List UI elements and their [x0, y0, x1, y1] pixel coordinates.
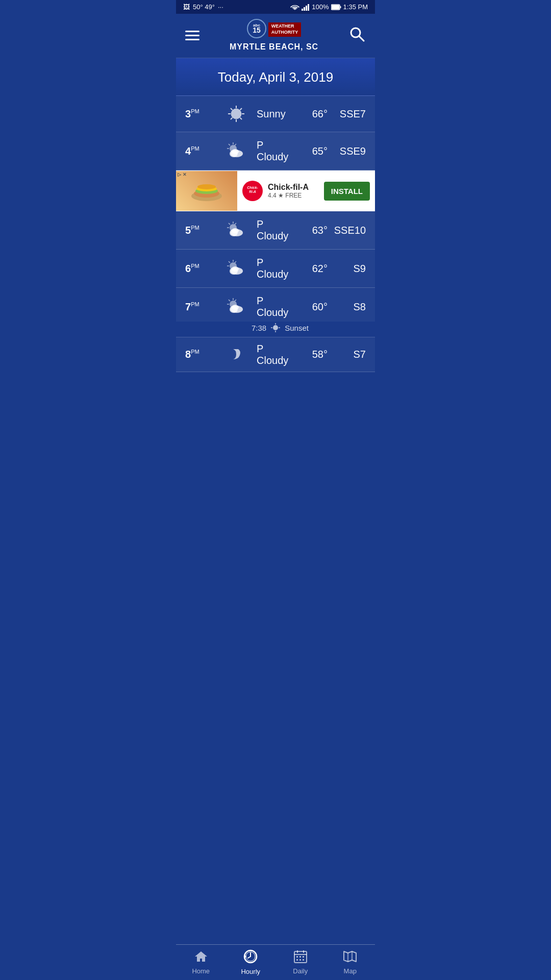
status-right: 100% 1:35 PM — [290, 3, 368, 11]
date-banner: Today, April 3, 2019 — [176, 58, 375, 96]
hamburger-line2 — [185, 35, 199, 36]
wind-label: S7 — [333, 349, 366, 360]
partly-cloudy-icon — [223, 219, 249, 241]
temp-label: 65° — [299, 145, 328, 157]
svg-text:fil-A: fil-A — [249, 190, 256, 193]
weather-icon-cell — [221, 219, 252, 241]
wind-label: S8 — [333, 301, 366, 313]
moon-cloudy-icon — [223, 344, 249, 365]
svg-rect-5 — [332, 5, 339, 9]
temp-label: 58° — [299, 349, 328, 360]
hamburger-line1 — [185, 31, 199, 32]
weather-icon-cell — [221, 140, 252, 162]
svg-line-17 — [231, 108, 233, 110]
status-bar: 🖼 50° 49° ··· 100% 1:35 PM — [176, 0, 375, 14]
svg-line-11 — [359, 36, 364, 41]
wifi-icon — [290, 4, 299, 11]
battery-display: 100% — [312, 3, 329, 11]
sunset-label: Sunset — [285, 324, 309, 332]
hour-label: 3PM — [185, 108, 216, 120]
search-icon — [348, 26, 366, 43]
temp-label: 62° — [299, 263, 328, 275]
menu-button[interactable] — [185, 31, 199, 40]
ad-image: ▷ ✕ — [176, 170, 237, 211]
logo-badge: abc 15 WEATHER AUTHORITY — [247, 19, 302, 40]
svg-point-61 — [273, 325, 278, 330]
condition-label: P Cloudy — [257, 139, 294, 163]
ad-text: Chick-fil-A 4.4 ★ FREE — [268, 183, 319, 199]
sunset-info: 7:38 Sunset — [176, 322, 375, 337]
weather-authority-badge: WEATHER AUTHORITY — [268, 22, 302, 36]
partly-cloudy-icon — [223, 140, 249, 162]
svg-line-24 — [229, 144, 230, 145]
wind-label: S9 — [333, 263, 366, 275]
weather-icon-cell — [221, 344, 252, 365]
wind-label: SSE9 — [333, 145, 366, 157]
ad-title: Chick-fil-A — [268, 183, 319, 192]
condition-label: Sunny — [257, 108, 294, 120]
svg-line-48 — [229, 261, 230, 263]
ad-indicator: ▷ ✕ — [178, 172, 187, 177]
wind-label: SSE7 — [333, 108, 366, 120]
svg-line-19 — [240, 108, 242, 110]
svg-rect-1 — [304, 7, 305, 11]
time-display: 1:35 PM — [343, 3, 368, 11]
status-left: 🖼 50° 49° ··· — [183, 3, 223, 11]
hourly-row: 6PM P Cloudy 62° S9 — [176, 250, 375, 288]
svg-line-57 — [235, 300, 236, 301]
bottom-spacer — [176, 372, 375, 408]
svg-text:Chick-: Chick- — [247, 186, 258, 189]
logo-area: abc 15 WEATHER AUTHORITY MYRTLE BEACH, S… — [230, 19, 318, 52]
svg-point-33 — [197, 184, 216, 189]
condition-label: P Cloudy — [257, 343, 294, 366]
hour-label: 8PM — [185, 349, 216, 360]
chick-fil-a-logo: Chick- fil-A — [242, 181, 263, 201]
svg-point-44 — [232, 228, 239, 233]
svg-point-28 — [232, 149, 239, 154]
svg-rect-2 — [306, 6, 307, 11]
svg-point-60 — [232, 305, 239, 310]
hourly-row-partial: 8PM P Cloudy 58° S7 — [176, 337, 375, 372]
svg-point-52 — [232, 266, 239, 272]
sunset-time: 7:38 — [252, 324, 266, 332]
svg-line-18 — [240, 118, 242, 120]
temp-label: 66° — [299, 108, 328, 120]
condition-label: P Cloudy — [257, 295, 294, 318]
temp-display: 50° 49° — [193, 3, 215, 11]
date-text: Today, April 3, 2019 — [218, 69, 333, 85]
signal-icon — [302, 4, 310, 11]
svg-line-56 — [229, 300, 230, 301]
hour-label: 6PM — [185, 263, 216, 275]
search-button[interactable] — [348, 26, 366, 45]
svg-line-20 — [231, 118, 233, 120]
battery-icon — [331, 4, 341, 10]
hour-label: 4PM — [185, 145, 216, 157]
ad-rating: 4.4 ★ FREE — [268, 192, 319, 199]
svg-line-49 — [235, 261, 236, 263]
ad-banner[interactable]: ▷ ✕ Chick- fil-A Chick-fil-A 4.4 ★ FREE … — [176, 170, 375, 211]
hourly-row: 3PM Sunny 66° SSE7 — [176, 96, 375, 132]
ad-content: Chick- fil-A Chick-fil-A 4.4 ★ FREE INST… — [237, 177, 375, 205]
sunset-icon — [270, 323, 281, 333]
weather-icon-cell — [221, 103, 252, 125]
hamburger-line3 — [185, 39, 199, 40]
sun-weather-icon — [223, 103, 249, 125]
abc-logo-icon: abc 15 — [247, 19, 266, 38]
weather-icon-cell — [221, 296, 252, 317]
header: abc 15 WEATHER AUTHORITY MYRTLE BEACH, S… — [176, 14, 375, 58]
location-display: MYRTLE BEACH, SC — [230, 42, 318, 52]
svg-rect-3 — [308, 4, 309, 11]
hour-label: 7PM — [185, 301, 216, 313]
hourly-row: 7PM P Cloudy 60° S8 — [176, 288, 375, 322]
wind-label: SSE10 — [333, 225, 366, 236]
partly-cloudy-icon — [223, 296, 249, 317]
svg-rect-0 — [302, 9, 303, 11]
svg-line-41 — [235, 223, 236, 225]
svg-text:15: 15 — [253, 26, 261, 34]
food-icon — [186, 176, 227, 206]
hour-label: 5PM — [185, 225, 216, 236]
svg-point-12 — [231, 109, 241, 119]
svg-line-25 — [235, 144, 236, 145]
install-button[interactable]: INSTALL — [324, 182, 370, 201]
hourly-row-7pm: 7PM P Cloudy 60° S8 7:38 Sunse — [176, 288, 375, 337]
